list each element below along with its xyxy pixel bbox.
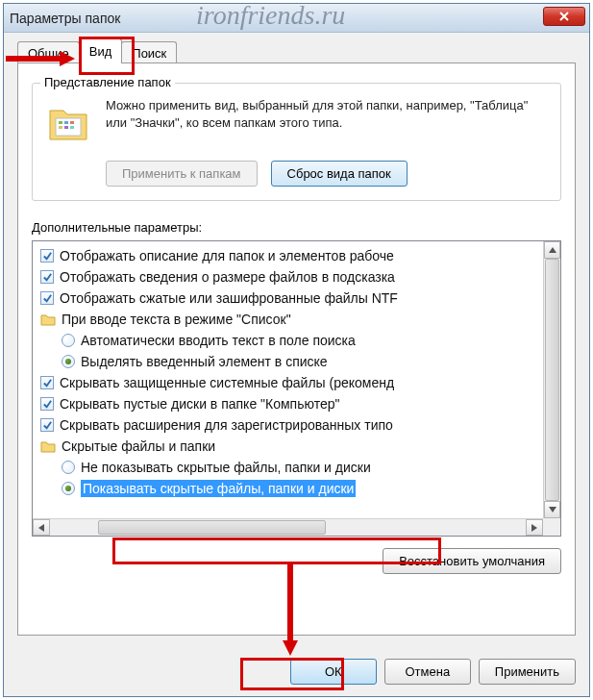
tree-item-hide-extensions[interactable]: Скрывать расширения для зарегистрированн… (37, 414, 558, 436)
radio-icon[interactable] (62, 355, 75, 368)
tab-view[interactable]: Вид (79, 38, 123, 63)
scroll-up-button[interactable] (544, 241, 560, 259)
apply-button[interactable]: Применить (479, 659, 576, 685)
window-title: Параметры папок (10, 11, 120, 26)
ok-button[interactable]: ОК (290, 659, 377, 685)
tree-item-ntfs-color[interactable]: Отображать сжатые или зашифрованные файл… (37, 288, 558, 309)
tab-panel-view: Представление папок Можно применить вид,… (17, 62, 576, 636)
restore-defaults-button[interactable]: Восстановить умолчания (383, 548, 561, 574)
folder-views-title: Представление папок (40, 75, 175, 89)
scroll-right-button[interactable] (526, 519, 543, 536)
chevron-down-icon (549, 507, 556, 512)
radio-icon[interactable] (62, 482, 75, 495)
vertical-scrollbar[interactable] (543, 241, 560, 518)
advanced-params-label: Дополнительные параметры: (32, 220, 561, 235)
cancel-button[interactable]: Отмена (384, 659, 471, 685)
scroll-left-button[interactable] (33, 519, 50, 536)
folder-icon (46, 99, 92, 145)
chevron-left-icon (38, 524, 44, 532)
checkbox-icon[interactable] (40, 376, 54, 389)
chevron-right-icon (531, 524, 537, 532)
tree-item-show-hidden[interactable]: Показывать скрытые файлы, папки и диски (37, 478, 558, 499)
scroll-track[interactable] (544, 259, 560, 501)
tree-group-list-typing: При вводе текста в режиме "Список" (37, 309, 558, 330)
scroll-down-button[interactable] (544, 501, 560, 518)
apply-to-folders-button: Применить к папкам (106, 161, 258, 187)
watermark-text: ironfriends.ru (196, 0, 345, 31)
tree-item-show-descriptions[interactable]: Отображать описание для папок и элементо… (37, 245, 558, 266)
tab-search[interactable]: Поиск (121, 41, 177, 63)
svg-rect-6 (70, 126, 74, 129)
chevron-up-icon (549, 247, 556, 253)
folder-views-text: Можно применить вид, выбранный для этой … (106, 97, 547, 145)
advanced-settings-tree[interactable]: Отображать описание для папок и элементо… (32, 240, 561, 537)
tab-bar: Общие Вид Поиск (17, 38, 576, 63)
tree-group-hidden-files: Скрытые файлы и папки (37, 436, 558, 457)
scroll-thumb[interactable] (545, 259, 559, 501)
svg-rect-3 (70, 121, 74, 124)
folder-options-dialog: Параметры папок ironfriends.ru Общие Вид… (3, 3, 590, 697)
tree-item-auto-type-search[interactable]: Автоматически вводить текст в поле поиск… (37, 330, 558, 351)
annotation-arrow-to-ok (284, 563, 297, 658)
svg-rect-4 (59, 126, 62, 129)
annotation-arrow-to-tab (6, 52, 79, 65)
radio-icon[interactable] (62, 461, 75, 474)
close-button[interactable] (543, 7, 585, 26)
folder-views-group: Представление папок Можно применить вид,… (32, 83, 561, 201)
tree-item-select-typed[interactable]: Выделять введенный элемент в списке (37, 351, 558, 372)
svg-rect-1 (59, 121, 62, 124)
checkbox-icon[interactable] (40, 291, 54, 305)
radio-icon[interactable] (62, 334, 75, 347)
checkbox-icon[interactable] (40, 397, 54, 411)
scroll-corner (543, 518, 560, 536)
reset-folder-views-button[interactable]: Сброс вида папок (271, 161, 408, 187)
tree-item-hide-protected[interactable]: Скрывать защищенные системные файлы (рек… (37, 372, 558, 393)
tree-item-hide-empty-drives[interactable]: Скрывать пустые диски в папке "Компьютер… (37, 393, 558, 414)
checkbox-icon[interactable] (40, 249, 54, 262)
svg-rect-5 (64, 126, 68, 129)
horizontal-scrollbar[interactable] (33, 518, 543, 536)
checkbox-icon[interactable] (40, 270, 54, 284)
tree-item-show-size[interactable]: Отображать сведения о размере файлов в п… (37, 266, 558, 288)
svg-rect-2 (64, 121, 68, 124)
folder-icon (40, 312, 56, 326)
close-icon (558, 11, 570, 22)
scroll-track[interactable] (50, 519, 526, 536)
checkbox-icon[interactable] (40, 418, 54, 432)
titlebar[interactable]: Параметры папок ironfriends.ru (4, 4, 589, 33)
folder-icon (40, 439, 56, 453)
tree-item-dont-show-hidden[interactable]: Не показывать скрытые файлы, папки и дис… (37, 457, 558, 478)
scroll-thumb[interactable] (98, 520, 327, 535)
